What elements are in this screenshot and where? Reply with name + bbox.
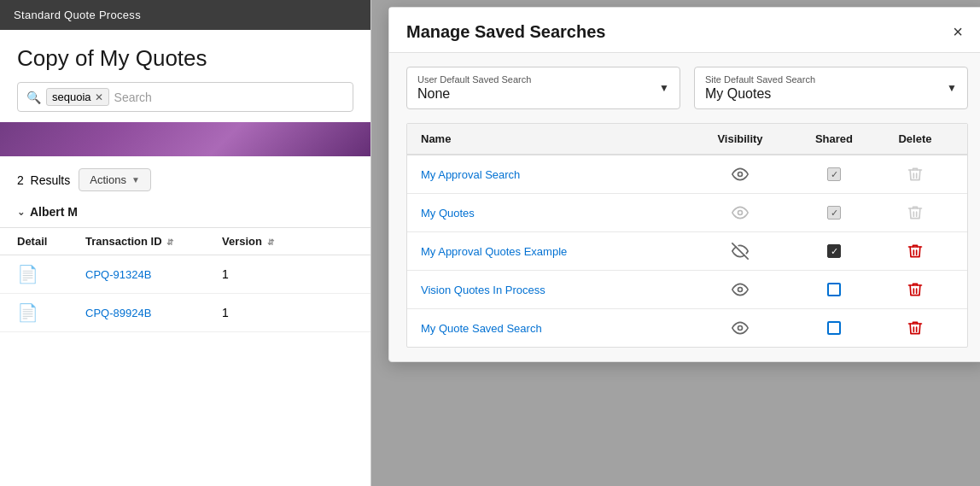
shared-checkbox-5[interactable] xyxy=(827,321,841,335)
site-default-dropdown[interactable]: Site Default Saved Search My Quotes ▼ xyxy=(694,67,968,109)
shared-cell-2[interactable]: ✓ xyxy=(791,206,877,220)
eye-icon xyxy=(732,281,749,298)
modal-title: Manage Saved Searches xyxy=(406,22,605,42)
col-shared-header: Shared xyxy=(791,132,877,145)
shared-checkbox-3[interactable]: ✓ xyxy=(827,244,841,258)
doc-icon-1: 📄 xyxy=(17,264,85,284)
svg-point-0 xyxy=(738,173,743,177)
eye-muted-icon xyxy=(732,204,749,221)
search-bar: 🔍 sequoia ✕ Search xyxy=(17,82,353,112)
trash-icon xyxy=(907,281,924,298)
eye-icon xyxy=(732,319,749,337)
visibility-cell-4[interactable] xyxy=(689,281,791,298)
col-transaction-id: Transaction ID ⇵ xyxy=(85,235,222,248)
saved-searches-table: Name Visibility Shared Delete My Approva… xyxy=(406,123,968,348)
app-header-title: Standard Quote Process xyxy=(14,9,141,21)
checkmark-icon: ✓ xyxy=(831,246,838,257)
shared-cell-5[interactable] xyxy=(791,321,877,335)
shared-cell-1[interactable]: ✓ xyxy=(791,167,877,181)
shared-cell-3[interactable]: ✓ xyxy=(791,244,877,258)
delete-cell-2[interactable] xyxy=(877,204,954,221)
user-default-dropdown[interactable]: User Default Saved Search None ▼ xyxy=(406,67,680,109)
visibility-cell-1[interactable] xyxy=(689,166,791,183)
user-default-chevron-icon: ▼ xyxy=(659,82,669,94)
sort-transaction-icon[interactable]: ⇵ xyxy=(166,237,173,247)
doc-icon-2: 📄 xyxy=(17,302,85,323)
table-row: My Approval Quotes Example ✓ xyxy=(407,232,967,271)
table-row: 📄 CPQ-91324B 1 xyxy=(0,255,370,294)
search-name-3[interactable]: My Approval Quotes Example xyxy=(421,245,689,258)
site-default-label: Site Default Saved Search xyxy=(705,74,957,85)
table-row: Vision Quotes In Process xyxy=(407,271,967,309)
app-header: Standard Quote Process xyxy=(0,0,370,30)
col-version: Version ⇵ xyxy=(222,235,324,248)
visibility-cell-2[interactable] xyxy=(689,204,791,221)
search-input[interactable]: Search xyxy=(114,91,152,104)
results-bar: 2 Results Actions ▼ xyxy=(0,163,370,196)
col-visibility-header: Visibility xyxy=(689,132,791,145)
delete-cell-4[interactable] xyxy=(877,281,954,298)
search-tag-clear[interactable]: ✕ xyxy=(95,91,103,103)
search-name-2[interactable]: My Quotes xyxy=(421,207,689,220)
checkmark-icon: ✓ xyxy=(831,208,838,219)
manage-saved-searches-modal: Manage Saved Searches × User Default Sav… xyxy=(388,7,980,362)
transaction-id-2[interactable]: CPQ-89924B xyxy=(85,307,222,319)
svg-point-4 xyxy=(738,326,743,331)
transaction-id-1[interactable]: CPQ-91324B xyxy=(85,268,222,281)
delete-cell-1[interactable] xyxy=(877,166,954,183)
modal-dropdowns: User Default Saved Search None ▼ Site De… xyxy=(389,53,980,123)
search-icon: 🔍 xyxy=(26,91,41,104)
table-header-row: Name Visibility Shared Delete xyxy=(407,124,967,155)
svg-point-3 xyxy=(738,288,743,292)
delete-cell-5[interactable] xyxy=(877,319,954,337)
banner-image xyxy=(0,122,370,156)
eye-off-icon xyxy=(732,243,749,260)
shared-checkbox-1[interactable]: ✓ xyxy=(827,167,841,181)
search-name-1[interactable]: My Approval Search xyxy=(421,168,689,181)
col-detail: Detail xyxy=(17,235,85,248)
shared-checkbox-2[interactable]: ✓ xyxy=(827,206,841,220)
user-default-value: None xyxy=(417,86,669,102)
col-name-header: Name xyxy=(421,132,689,145)
shared-checkbox-4[interactable] xyxy=(827,283,841,296)
visibility-cell-3[interactable] xyxy=(689,243,791,260)
table-header: Detail Transaction ID ⇵ Version ⇵ xyxy=(0,227,370,255)
group-chevron-icon: ⌄ xyxy=(17,207,25,218)
trash-icon xyxy=(907,319,924,337)
search-name-5[interactable]: My Quote Saved Search xyxy=(421,322,689,335)
actions-chevron-icon: ▼ xyxy=(131,175,140,184)
actions-button[interactable]: Actions ▼ xyxy=(79,168,151,191)
svg-point-1 xyxy=(738,211,743,215)
search-name-4[interactable]: Vision Quotes In Process xyxy=(421,284,689,296)
user-default-label: User Default Saved Search xyxy=(417,74,669,85)
group-name: Albert M xyxy=(30,205,78,219)
table-row: My Quotes ✓ xyxy=(407,194,967,232)
modal-close-button[interactable]: × xyxy=(948,21,968,42)
visibility-cell-5[interactable] xyxy=(689,319,791,337)
site-default-chevron-icon: ▼ xyxy=(947,82,957,94)
delete-cell-3[interactable] xyxy=(877,243,954,260)
checkmark-icon: ✓ xyxy=(831,169,838,180)
trash-icon xyxy=(907,204,924,221)
table-row: My Approval Search ✓ xyxy=(407,155,967,194)
version-1: 1 xyxy=(222,267,324,281)
actions-label: Actions xyxy=(90,173,126,186)
left-panel: Standard Quote Process Copy of My Quotes… xyxy=(0,0,371,486)
results-count: 2 Results xyxy=(17,173,70,187)
col-delete-header: Delete xyxy=(877,132,954,145)
page-title: Copy of My Quotes xyxy=(0,30,370,82)
trash-icon xyxy=(907,166,924,183)
sort-version-icon[interactable]: ⇵ xyxy=(267,237,274,247)
group-header: ⌄ Albert M xyxy=(0,196,370,227)
search-tag[interactable]: sequoia ✕ xyxy=(46,88,109,106)
table-row: 📄 CPQ-89924B 1 xyxy=(0,294,370,332)
modal-overlay: Manage Saved Searches × User Default Sav… xyxy=(371,0,980,486)
table-row: My Quote Saved Search xyxy=(407,309,967,347)
shared-cell-4[interactable] xyxy=(791,283,877,296)
site-default-value: My Quotes xyxy=(705,86,957,102)
eye-icon xyxy=(732,166,749,183)
modal-header: Manage Saved Searches × xyxy=(389,8,980,53)
version-2: 1 xyxy=(222,306,324,319)
trash-icon xyxy=(907,243,924,260)
search-tag-value: sequoia xyxy=(52,91,91,103)
